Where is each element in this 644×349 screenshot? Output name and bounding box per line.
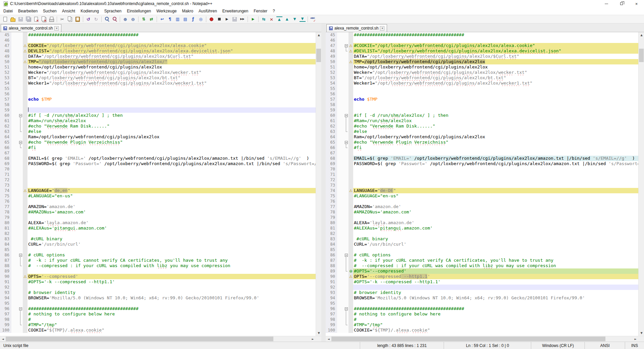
code-line[interactable]: 80ALEXA='layla.amazon.de' (326, 220, 638, 226)
code-line[interactable]: 49DATA="/opt/loxberry/webfrontend/cgi/pl… (0, 54, 316, 59)
code-line[interactable]: 84CURL='/usr/bin/curl' (326, 242, 638, 247)
sync-vertical-scrolling-button[interactable]: ⇅ (140, 15, 148, 23)
code-line[interactable]: 99#TMP="/tmp" (326, 322, 638, 328)
fold-marker[interactable] (18, 258, 23, 263)
code-line[interactable]: 48⚠DEVLIST="/opt/loxberry/webfrontend/cg… (0, 48, 316, 54)
code-line[interactable]: 56 (326, 91, 638, 97)
next-difference-button[interactable]: ▼ (291, 15, 299, 23)
menu-sprachen[interactable]: Sprachen (102, 8, 124, 14)
code-line[interactable]: 76 (0, 199, 316, 204)
code-line[interactable]: 76 (326, 199, 638, 204)
code-line[interactable]: 72 (326, 177, 638, 183)
menu-bearbeiten[interactable]: Bearbeiten (15, 8, 40, 14)
menu-ausfhren[interactable]: Ausführen (196, 8, 220, 14)
save-macro-button[interactable] (231, 15, 238, 23)
code-line[interactable]: 62#echo "Verwende Ram Disk......" (0, 123, 316, 129)
scroll-up-arrow[interactable]: ▲ (639, 32, 644, 38)
find-button[interactable] (103, 15, 111, 23)
fold-marker[interactable] (344, 123, 348, 129)
code-line[interactable]: 52Wecker="/opt/loxberry/webfrontend/cgi/… (0, 70, 316, 75)
menu-help[interactable]: ? (270, 8, 278, 14)
code-line[interactable]: 64Ram=/opt/loxberry/webfrontend/cgi/plug… (326, 134, 638, 140)
previous-difference-button[interactable]: ▲ (283, 15, 291, 23)
code-line[interactable]: 74⚠LANGUAGE="de-DE" (326, 188, 638, 193)
minimize-button[interactable] (599, 0, 614, 7)
code-line[interactable]: 62#echo "Verwende Ram Disk......" (326, 123, 638, 129)
new-file-button[interactable] (1, 15, 9, 23)
horizontal-scroll-thumb[interactable] (331, 337, 605, 341)
code-line[interactable]: 56 (0, 91, 316, 97)
code-line[interactable]: 71 (0, 172, 316, 177)
fold-marker[interactable] (18, 317, 23, 322)
run-macro-multiple-times-button[interactable]: ▶▶ (238, 15, 246, 23)
tab-close-icon[interactable]: × (54, 26, 59, 31)
code-line[interactable]: 78#AMAZONus='amazon.com' (326, 209, 638, 215)
vertical-scrollbar-left[interactable]: ▲ ▼ (316, 32, 321, 336)
code-line[interactable]: 98# (0, 317, 316, 322)
scroll-right-arrow[interactable]: ► (633, 336, 638, 342)
vertical-scroll-thumb[interactable] (639, 49, 644, 62)
horizontal-scrollbar-left[interactable]: ◄ ► (0, 336, 321, 342)
code-line[interactable]: 100COOKIE="${TMP}/.alexa.cookie" (326, 328, 638, 333)
code-line[interactable]: 90⚠OPTS='--compressed --http1.1' (326, 274, 638, 279)
code-lines-1[interactable]: 45######################################… (326, 32, 638, 336)
code-line[interactable]: 66#fi (326, 145, 638, 150)
code-line[interactable]: 45######################################… (326, 32, 638, 38)
code-line[interactable]: 88# --compressed : if your cURL was comp… (326, 263, 638, 268)
play-macro-button[interactable]: ▶ (223, 15, 231, 23)
file-monitoring-button[interactable]: ◎ (197, 15, 205, 23)
tab-close-icon[interactable]: × (380, 26, 384, 31)
code-line[interactable]: 65#echo "Verwende Plugin Verzeichniss" (0, 140, 316, 145)
code-line[interactable]: 67 (0, 150, 316, 156)
fold-marker[interactable] (344, 268, 348, 274)
code-line[interactable]: 85 (0, 247, 316, 252)
code-line[interactable]: 53BT="/opt/loxberry/webfrontend/cgi/plug… (0, 75, 316, 81)
cut-button[interactable]: ✂ (58, 15, 66, 23)
code-line[interactable]: 70 (326, 166, 638, 172)
code-line[interactable]: 89⊕#OPTS='--compressed' (326, 268, 638, 274)
scroll-down-arrow[interactable]: ▼ (639, 330, 644, 336)
fold-marker[interactable] (18, 322, 23, 328)
menu-kodierung[interactable]: Kodierung (78, 8, 102, 14)
menu-makro[interactable]: Makro (179, 8, 196, 14)
fold-marker[interactable] (344, 317, 348, 322)
code-line[interactable]: 52Wecker="/opt/loxberry/webfrontend/cgi/… (326, 70, 638, 75)
scroll-left-arrow[interactable]: ◄ (0, 336, 6, 342)
code-line[interactable]: 74⚠LANGUAGE="de,en" (0, 188, 316, 193)
code-line[interactable]: 99#TMP="/tmp" (0, 322, 316, 328)
code-line[interactable]: 71 (326, 172, 638, 177)
fold-marker[interactable] (18, 113, 23, 118)
first-difference-button[interactable]: ▲ (275, 15, 283, 23)
code-line[interactable]: 50⚠TMP=/opt/loxberry/webfrontend/cgi/plu… (326, 59, 638, 64)
menu-ansicht[interactable]: Ansicht (59, 8, 78, 14)
copy-button[interactable] (66, 15, 74, 23)
code-lines-0[interactable]: 45######################################… (0, 32, 316, 336)
code-line[interactable]: 95 (326, 301, 638, 306)
code-line[interactable]: 47⚠COOKIE="/opt/loxberry/webfrontend/cgi… (0, 43, 316, 48)
code-line[interactable]: 94BROWSER='Mozilla/5.0 (Windows NT 10.0;… (326, 295, 638, 301)
code-line[interactable]: 95 (0, 301, 316, 306)
code-line[interactable]: 45######################################… (0, 32, 316, 38)
code-line[interactable]: 79 (326, 215, 638, 220)
document-map-button[interactable]: ▤ (181, 15, 189, 23)
code-line[interactable]: 93# browser identity (0, 290, 316, 295)
horizontal-scroll-track[interactable] (331, 336, 633, 342)
code-line[interactable]: 91#OPTS='-k --compressed --http1.1' (326, 279, 638, 285)
code-line[interactable]: 97# nothing to configure below here (326, 311, 638, 317)
code-line[interactable]: 85 (326, 247, 638, 252)
scroll-right-arrow[interactable]: ► (310, 336, 316, 342)
save-button[interactable] (17, 15, 24, 23)
paste-button[interactable] (74, 15, 82, 23)
code-line[interactable]: 58 (0, 102, 316, 107)
code-line[interactable]: 63#else (326, 129, 638, 134)
code-line[interactable]: 64Ram=/opt/loxberry/webfrontend/cgi/plug… (0, 134, 316, 140)
code-line[interactable]: 78#AMAZONus='amazon.com' (0, 209, 316, 215)
code-line[interactable]: 89 (0, 268, 316, 274)
code-line[interactable]: 67 (326, 150, 638, 156)
code-line[interactable]: 68EMAIL=$( grep 'EMAIL=' /opt/loxberry/w… (326, 156, 638, 161)
code-line[interactable]: 96######################################… (326, 306, 638, 311)
menu-suchen[interactable]: Suchen (40, 8, 59, 14)
close-button[interactable] (32, 15, 40, 23)
scroll-down-arrow[interactable]: ▼ (316, 330, 322, 336)
code-line[interactable]: 77AMAZON='amazon.de' (326, 204, 638, 209)
